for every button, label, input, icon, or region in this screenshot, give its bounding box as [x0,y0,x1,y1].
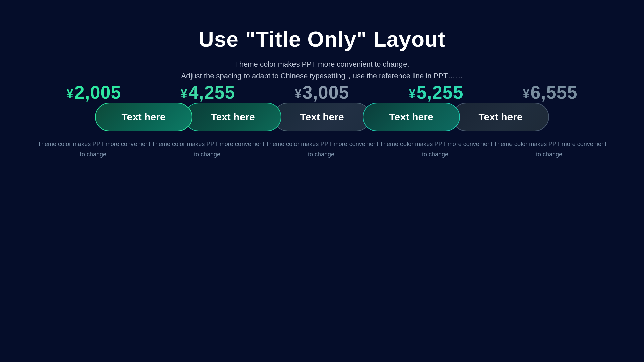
currency-3: ¥ [294,87,302,101]
desc-cell-1: Theme color makes PPT more convenient to… [37,139,151,159]
desc-cell-2: Theme color makes PPT more convenient to… [151,139,265,159]
pill-row: Text here Text here Text here Text here … [37,103,607,131]
cards-container: ¥2,005 ¥4,255 ¥3,005 ¥5,255 ¥6,555 Text [37,82,607,159]
desc-cell-5: Theme color makes PPT more convenient to… [493,139,607,159]
currency-1: ¥ [66,87,73,101]
price-2: ¥4,255 [180,82,235,102]
price-3: ¥3,005 [294,82,349,102]
subtitle-line2: Adjust the spacing to adapt to Chinese t… [181,70,463,82]
pill-cell-2: Text here [183,103,282,131]
desc-cell-4: Theme color makes PPT more convenient to… [379,139,493,159]
currency-4: ¥ [409,87,416,101]
pill-2[interactable]: Text here [184,103,281,131]
price-row: ¥2,005 ¥4,255 ¥3,005 ¥5,255 ¥6,555 [37,82,607,103]
pill-cell-4: Text here [362,103,461,131]
price-1: ¥2,005 [66,82,121,102]
currency-2: ¥ [180,87,187,101]
price-cell-4: ¥5,255 [379,82,493,103]
pill-4[interactable]: Text here [363,103,460,131]
price-4: ¥5,255 [409,82,463,102]
pill-cell-1: Text here [94,103,193,131]
price-5: ¥6,555 [523,82,577,102]
currency-5: ¥ [523,87,530,101]
pill-cell-3: Text here [273,103,371,131]
pill-5[interactable]: Text here [452,103,549,131]
subtitle-line1: Theme color makes PPT more convenient to… [181,58,463,70]
header-section: Use "Title Only" Layout Theme color make… [181,27,463,82]
price-cell-5: ¥6,555 [493,82,607,103]
price-cell-2: ¥4,255 [151,82,265,103]
description-row: Theme color makes PPT more convenient to… [37,139,607,159]
price-cell-3: ¥3,005 [265,82,379,103]
page-title: Use "Title Only" Layout [181,27,463,52]
price-cell-1: ¥2,005 [37,82,151,103]
pill-cell-5: Text here [451,103,550,131]
pill-1[interactable]: Text here [95,103,192,131]
pill-3[interactable]: Text here [273,103,371,131]
desc-cell-3: Theme color makes PPT more convenient to… [265,139,379,159]
